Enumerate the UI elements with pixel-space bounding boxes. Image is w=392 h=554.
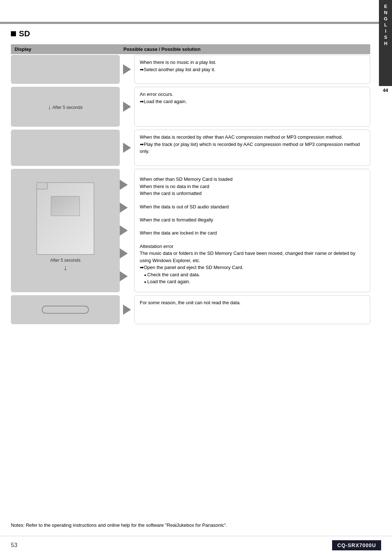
table-row: When the data is recorded by other than … <box>11 130 370 166</box>
arrow-icon-4c <box>120 225 128 236</box>
down-arrow-icon-2: ↓ <box>48 104 51 111</box>
solution-text-4b: When the data is out of SD audio standar… <box>140 203 365 211</box>
after-seconds-label-2: ↓ After 5 seconds <box>48 104 82 111</box>
solution-cell-5: For some reason, the unit can not read t… <box>134 295 370 324</box>
solution-text-4a: When other than SD Memory Card is loaded… <box>140 176 365 197</box>
sd-card-notch <box>37 183 48 190</box>
arrow-icon-2 <box>123 102 131 112</box>
solution-text-1: When there is no music in a play list.➡S… <box>140 60 216 72</box>
col-solution-header: Possible cause / Possible solution <box>120 44 370 54</box>
sd-card-label <box>51 196 80 216</box>
arrow-col-3 <box>120 130 134 166</box>
solution-cell-3: When the data is recorded by other than … <box>134 130 370 166</box>
after-seconds-text-2: After 5 seconds <box>52 105 82 110</box>
solution-cell-1: When there is no music in a play list.➡S… <box>134 55 370 84</box>
display-cell-1 <box>11 55 120 84</box>
sd-card-visual <box>36 182 94 255</box>
multi-arrow-col <box>120 169 134 292</box>
solution-text-3: When the data is recorded by other than … <box>140 134 360 154</box>
display-cell-4: After 5 seconds ↓ <box>11 169 120 292</box>
solution-text-2: An error occurs.➡Load the card again. <box>140 91 187 104</box>
solution-text-4c: When the card is formatted illegally <box>140 216 365 224</box>
arrow-icon-5 <box>123 305 131 315</box>
multi-solution-container: When other than SD Memory Card is loaded… <box>120 169 370 292</box>
after-seconds-label-4: After 5 seconds <box>50 258 80 263</box>
arrow-icon-4a <box>120 180 128 190</box>
bullet-item-2: Load the card again. <box>144 278 365 285</box>
arrow-icon-4b <box>120 203 128 213</box>
main-content: SD Display Possible cause / Possible sol… <box>11 29 370 532</box>
solution-text-5: For some reason, the unit can not read t… <box>140 300 241 305</box>
solution-cell-4: When other than SD Memory Card is loaded… <box>134 169 370 292</box>
arrow-icon-4d <box>120 248 128 258</box>
display-cell-5 <box>11 295 120 324</box>
section-title: SD <box>19 29 30 38</box>
footer-model-name: CQ-SRX7000U <box>332 540 381 550</box>
tab-page-number: 44 <box>379 86 392 94</box>
footer-bar: 53 CQ-SRX7000U <box>0 536 392 554</box>
after-seconds-text-4: After 5 seconds <box>50 258 80 263</box>
notes-text: Notes: Refer to the operating instructio… <box>11 522 227 528</box>
col-display-header: Display <box>11 44 120 54</box>
footer-page-number: 53 <box>11 542 17 549</box>
table-row: After 5 seconds ↓ When other than SD Mem… <box>11 169 370 292</box>
table-row: For some reason, the unit can not read t… <box>11 295 370 324</box>
table-row: ↓ After 5 seconds An error occurs.➡Load … <box>11 87 370 127</box>
language-label: ENGLISH <box>382 4 389 47</box>
solution-text-4d: When the data are locked in the card <box>140 229 365 237</box>
arrow-col-2 <box>120 87 134 127</box>
arrow-icon-4e <box>120 271 128 281</box>
arrow-col-1 <box>120 55 134 84</box>
solution-cell-2: An error occurs.➡Load the card again. <box>134 87 370 127</box>
display-cell-3 <box>11 130 120 166</box>
language-tab: ENGLISH 44 <box>379 0 392 94</box>
arrow-icon-3 <box>123 143 131 153</box>
arrow-icon-1 <box>123 64 131 74</box>
arrow-col-5 <box>120 295 134 324</box>
display-cell-2: ↓ After 5 seconds <box>11 87 120 127</box>
heading-square-icon <box>11 31 16 36</box>
table-row: When there is no music in a play list.➡S… <box>11 55 370 84</box>
top-divider <box>0 22 379 24</box>
bullet-item-1: Check the card and data. <box>144 271 365 278</box>
pill-icon-5 <box>42 306 89 314</box>
solution-text-4e: Attestation error The music data or fold… <box>140 243 365 285</box>
down-arrow-icon-4: ↓ <box>64 264 67 272</box>
section-heading: SD <box>11 29 370 38</box>
table-header: Display Possible cause / Possible soluti… <box>11 44 370 54</box>
bottom-notes: Notes: Refer to the operating instructio… <box>11 522 370 529</box>
